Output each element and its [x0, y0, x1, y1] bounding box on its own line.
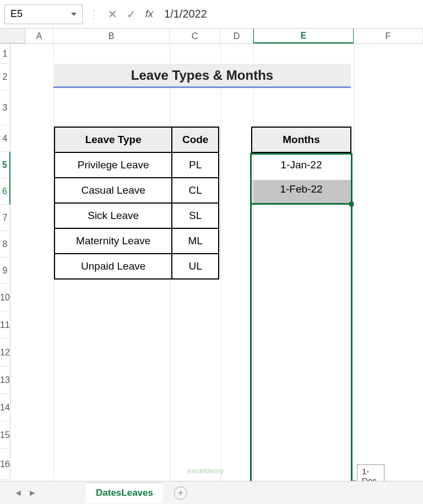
fx-icon[interactable]: fx: [145, 8, 153, 20]
col-header-e[interactable]: E: [253, 29, 354, 43]
cell[interactable]: CL: [172, 178, 219, 203]
table-row: Sick LeaveSL: [55, 203, 219, 228]
row-header-6[interactable]: 6: [0, 178, 10, 205]
col-header-f[interactable]: F: [354, 29, 423, 43]
code-header[interactable]: Code: [172, 127, 219, 152]
cell[interactable]: Sick Leave: [55, 203, 172, 228]
table-row: Unpaid LeaveUL: [55, 254, 219, 279]
leave-type-header[interactable]: Leave Type: [55, 127, 172, 152]
row-header-7[interactable]: 7: [0, 205, 10, 231]
sheet-tab-datesleaves[interactable]: DatesLeaves: [86, 483, 163, 503]
cell[interactable]: Casual Leave: [55, 178, 172, 203]
row-header-13[interactable]: 13: [0, 366, 10, 394]
name-box-value: E5: [10, 8, 23, 20]
table-row: Privilege LeavePL: [55, 152, 219, 178]
page-title: Leave Types & Months: [53, 64, 351, 88]
fill-handle[interactable]: [349, 202, 354, 206]
sheet-tab-bar: ◄ ► DatesLeaves +: [0, 481, 423, 504]
cell[interactable]: SL: [172, 203, 219, 228]
check-icon[interactable]: ✓: [123, 7, 139, 22]
add-sheet-button[interactable]: +: [174, 486, 187, 500]
separator: ⋮: [88, 8, 99, 21]
cell-e5[interactable]: 1-Jan-22: [252, 152, 351, 177]
cell[interactable]: Unpaid Leave: [55, 254, 172, 279]
col-header-d[interactable]: D: [220, 29, 253, 43]
row-header-14[interactable]: 14: [0, 394, 10, 421]
cell[interactable]: ML: [172, 228, 219, 254]
col-header-a[interactable]: A: [25, 29, 53, 43]
column-headers: A B C D E F: [0, 29, 423, 44]
row-header-5[interactable]: 5: [0, 152, 10, 178]
formula-input[interactable]: [160, 4, 419, 24]
next-sheet-icon[interactable]: ►: [28, 488, 37, 498]
cell[interactable]: Privilege Leave: [55, 152, 172, 178]
watermark: exceldemy: [187, 467, 224, 475]
row-header-10[interactable]: 10: [0, 284, 10, 311]
row-header-3[interactable]: 3: [0, 90, 10, 125]
row-header-1[interactable]: 1: [0, 44, 10, 64]
cell-e6[interactable]: 1-Feb-22: [252, 177, 351, 201]
row-header-2[interactable]: 2: [0, 64, 10, 90]
select-all-corner[interactable]: [0, 29, 25, 43]
row-header-16[interactable]: 16: [0, 449, 10, 480]
formula-bar: E5 ⋮ ✕ ✓ fx: [0, 0, 423, 29]
table-header-row: Leave Type Code: [55, 127, 219, 152]
col-header-b[interactable]: B: [53, 29, 170, 43]
cell[interactable]: UL: [172, 254, 219, 279]
leave-type-table: Leave Type Code Privilege LeavePL Casual…: [54, 127, 219, 280]
row-header-8[interactable]: 8: [0, 231, 10, 258]
row-header-12[interactable]: 12: [0, 339, 10, 366]
row-header-4[interactable]: 4: [0, 125, 10, 152]
cell[interactable]: Maternity Leave: [55, 228, 172, 254]
row-header-11[interactable]: 11: [0, 311, 10, 339]
row-header-9[interactable]: 9: [0, 258, 10, 284]
table-row: Maternity LeaveML: [55, 228, 219, 254]
name-box[interactable]: E5: [4, 4, 83, 24]
row-header-15[interactable]: 15: [0, 421, 10, 449]
cancel-icon[interactable]: ✕: [105, 7, 120, 22]
months-table: Months 1-Jan-22 1-Feb-22: [251, 127, 351, 201]
table-row: Casual LeaveCL: [55, 178, 219, 203]
cell[interactable]: PL: [172, 152, 219, 178]
prev-sheet-icon[interactable]: ◄: [13, 488, 23, 498]
col-header-c[interactable]: C: [170, 29, 220, 43]
months-header[interactable]: Months: [252, 127, 351, 152]
fill-drag-outline: [250, 153, 352, 485]
